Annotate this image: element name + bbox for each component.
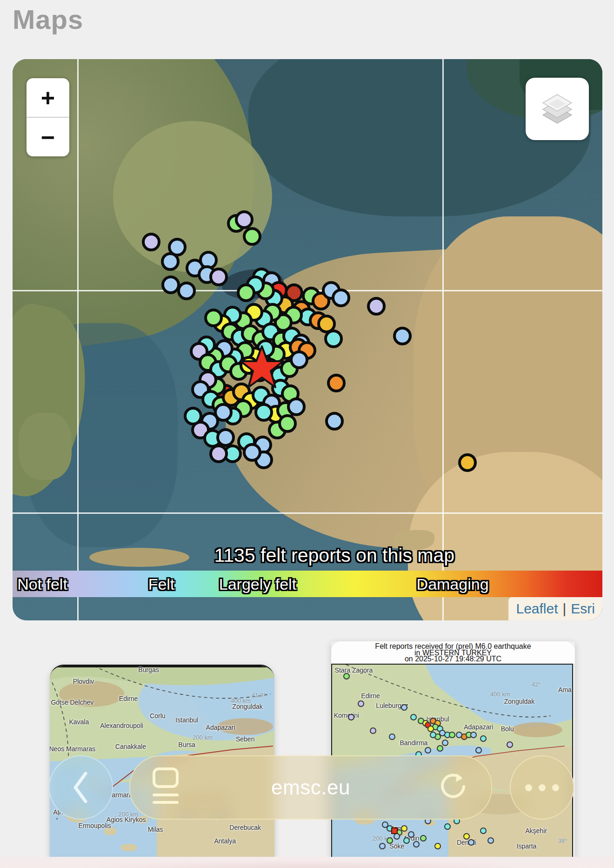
epicenter-star [239,344,285,391]
url-text: emsc.eu [130,776,491,799]
felt-report-marker [332,289,350,307]
thumbnail-felt-marker [449,732,455,738]
felt-report-marker [209,268,228,286]
felt-report-marker [161,252,180,271]
zoom-out-button[interactable]: − [27,118,69,156]
thumbnail-felt-marker [420,835,427,841]
more-dot [539,784,546,791]
map-place-label: Edirne [361,692,380,700]
thumbnail-felt-marker [394,833,400,840]
thumbnail-felt-marker [470,732,477,738]
map-place-label: Gotse Delchev [51,699,93,706]
felt-report-marker [177,282,196,300]
map-place-label: Söke [389,842,404,850]
felt-reports-map[interactable]: + − 1135 felt reports on this map Not fe… [13,59,602,620]
legend-label: Damaging [417,575,489,593]
felt-report-marker [254,403,273,422]
graticule-line [13,512,602,514]
legend-label: Largely felt [219,575,296,593]
map-attribution: Leaflet | Esri [508,597,602,620]
graticule-line [442,59,444,620]
felt-reports-count: 1135 felt reports on this map [214,545,454,566]
legend-label: Felt [148,575,175,593]
felt-report-marker [290,350,308,369]
thumbnail-felt-marker [408,831,414,838]
zoom-in-button[interactable]: + [27,78,69,117]
map-place-label: Seben [236,735,254,743]
felt-report-marker [235,210,254,229]
map-place-label: 200 km [193,733,213,740]
felt-report-marker [237,283,255,302]
more-dot [552,784,559,791]
map-place-label: 38° [558,837,567,844]
felt-report-marker [184,407,202,425]
map-place-label: Adapazari [464,723,493,731]
thumbnail-felt-marker [410,714,417,720]
felt-report-marker [287,397,306,416]
thumbnail-felt-marker [358,700,364,707]
thumbnail-felt-marker [343,673,350,680]
map-place-label: Zonguldak [504,698,534,705]
map-place-label: Adapazari [206,724,235,731]
zoom-control: + − [27,78,69,156]
graticule-line [77,59,79,620]
felt-report-marker [367,297,386,316]
refresh-icon [439,772,469,801]
map-place-label: Ama [558,686,572,693]
intensity-legend: Not feltFeltLargely feltDamaging [13,571,602,597]
map-place-label: Antalya [214,837,236,845]
refresh-button[interactable] [439,772,469,803]
felt-report-marker [327,374,346,392]
page-title: Maps [13,4,83,35]
thumbnail-felt-marker [430,732,436,738]
esri-link[interactable]: Esri [571,601,595,617]
peloponnese-land [19,413,72,480]
felt-report-marker [243,227,261,246]
map-place-label: Isparta [517,842,537,850]
thumbnail-title-line3: on 2025-10-27 19:48:29 UTC [331,656,575,662]
back-button[interactable] [49,755,113,820]
thumbnail-felt-marker [401,704,407,711]
felt-report-marker [209,444,228,463]
felt-report-marker [324,330,343,348]
thrace-land [113,121,272,273]
map-place-label: Kavala [69,718,89,726]
map-place-label: Bolu [501,725,514,733]
address-bar[interactable]: emsc.eu [129,755,492,820]
felt-report-marker [458,453,477,472]
thumbnail-felt-marker [413,841,420,848]
felt-report-marker [325,412,344,431]
felt-report-marker [204,309,223,327]
thumbnail-felt-marker [434,843,441,849]
thumbnail-felt-marker [480,735,487,742]
more-menu-button[interactable] [510,755,574,820]
thumbnail-felt-marker [348,714,354,720]
map-place-label: Stara Zagora [335,666,373,674]
thumbnail-felt-marker [468,839,474,846]
browser-toolbar: emsc.eu [0,745,614,828]
map-place-label: Edirne [119,695,138,702]
leaflet-link[interactable]: Leaflet [516,601,558,617]
map-place-label: 42° [532,680,541,687]
map-place-label: Corlu [150,712,165,720]
layers-icon [537,89,577,129]
more-dot [525,784,532,791]
map-place-label: 400 km [231,697,251,704]
thumbnail-felt-marker [463,833,470,840]
thumbnail-right-title: Felt reports received for (prel) M6.0 ea… [331,641,575,664]
thumbnail-felt-marker [389,733,395,740]
map-place-label: Komotini [334,712,359,719]
felt-report-marker [393,327,412,345]
attribution-divider: | [563,601,567,617]
thumbnail-felt-marker [487,837,494,844]
map-place-label: 400 km [490,690,510,697]
layers-button[interactable] [526,78,589,140]
map-place-label: Burgas [138,666,159,673]
crete-island [89,548,190,567]
thumbnail-felt-marker [379,843,386,849]
map-place-label: Plovdiv [73,678,94,685]
map-place-label: 41.8° [252,691,266,698]
map-place-label: Alexandroupoli [100,722,143,729]
felt-report-marker [278,414,297,433]
thumbnail-felt-marker [403,837,410,844]
